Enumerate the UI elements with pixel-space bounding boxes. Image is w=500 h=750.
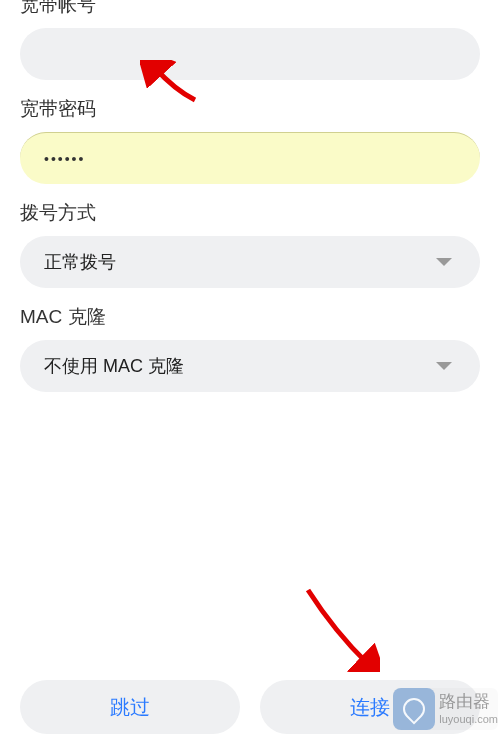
annotation-arrow-2 bbox=[300, 582, 380, 672]
form-container: 宽带帐号 宽带密码 •••••• 拨号方式 正常拨号 MAC 克隆 不使用 MA… bbox=[0, 0, 500, 392]
watermark-text: 路由器 luyouqi.com bbox=[439, 692, 498, 726]
mac-clone-label: MAC 克隆 bbox=[20, 304, 480, 330]
dial-mode-value: 正常拨号 bbox=[44, 250, 116, 274]
chevron-down-icon bbox=[436, 258, 452, 266]
watermark-title: 路由器 bbox=[439, 692, 498, 712]
chevron-down-icon bbox=[436, 362, 452, 370]
password-value: •••••• bbox=[44, 151, 85, 167]
password-input[interactable]: •••••• bbox=[20, 132, 480, 184]
mac-clone-select[interactable]: 不使用 MAC 克隆 bbox=[20, 340, 480, 392]
dial-mode-label: 拨号方式 bbox=[20, 200, 480, 226]
dial-mode-select[interactable]: 正常拨号 bbox=[20, 236, 480, 288]
account-input[interactable] bbox=[20, 28, 480, 80]
mac-clone-value: 不使用 MAC 克隆 bbox=[44, 354, 184, 378]
account-label: 宽带帐号 bbox=[20, 0, 480, 18]
watermark-subtitle: luyouqi.com bbox=[439, 713, 498, 726]
password-label: 宽带密码 bbox=[20, 96, 480, 122]
skip-button[interactable]: 跳过 bbox=[20, 680, 240, 734]
watermark: 路由器 luyouqi.com bbox=[393, 688, 498, 730]
watermark-logo-icon bbox=[393, 688, 435, 730]
